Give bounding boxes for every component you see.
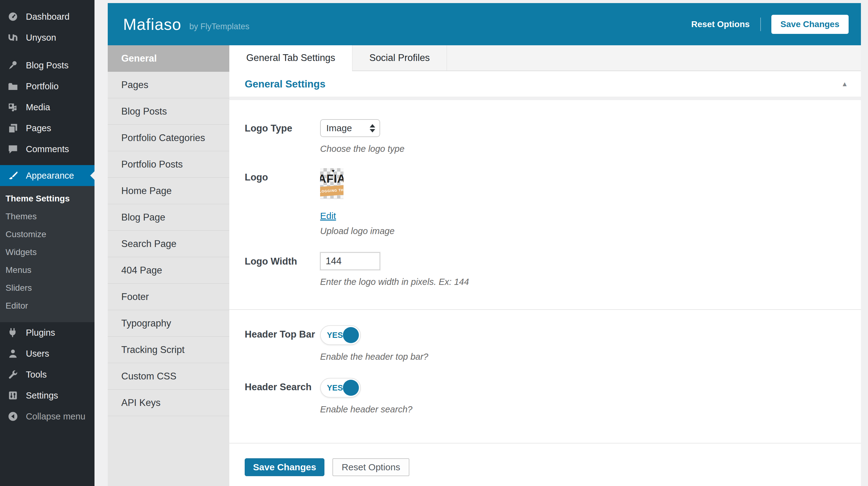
sidebar-item-portfolio[interactable]: Portfolio: [0, 76, 94, 97]
section-divider: [229, 309, 861, 310]
sidebar-item-unyson[interactable]: Unyson: [0, 27, 94, 48]
logo-edit-link[interactable]: Edit: [320, 211, 336, 221]
sidebar-item-label: Dashboard: [26, 12, 69, 22]
save-changes-button[interactable]: Save Changes: [245, 458, 324, 476]
toggle-yes-label: YES: [327, 383, 343, 393]
logo-type-select[interactable]: Image: [320, 119, 380, 137]
toggle-knob: [343, 327, 359, 343]
comment-bubble-icon: [7, 144, 19, 154]
sidebar-item-label: Pages: [26, 123, 51, 133]
submenu-item-sliders[interactable]: Sliders: [0, 279, 94, 297]
settings-menu-item-portfolio-posts[interactable]: Portfolio Posts: [108, 151, 229, 178]
theme-title: Mafiaso: [123, 15, 181, 34]
toggle-yes-label: YES: [327, 331, 343, 340]
panel-body: General Pages Blog Posts Portfolio Categ…: [108, 45, 861, 486]
header-divider: [760, 18, 761, 31]
reset-options-header-button[interactable]: Reset Options: [691, 20, 750, 29]
settings-menu-item-home-page[interactable]: Home Page: [108, 178, 229, 204]
toggle-knob: [343, 380, 359, 396]
unyson-icon: [7, 32, 19, 43]
dashboard-icon: [7, 11, 19, 22]
sidebar-item-label: Blog Posts: [26, 60, 69, 70]
logo-preview-text: AFIAS: [320, 172, 343, 185]
tab-social-profiles[interactable]: Social Profiles: [352, 45, 447, 70]
plug-icon: [7, 327, 19, 338]
header-search-toggle[interactable]: YES: [320, 378, 361, 398]
header-top-bar-toggle[interactable]: YES: [320, 325, 361, 345]
sidebar-item-label: Portfolio: [26, 81, 59, 91]
sidebar-item-media[interactable]: Media: [0, 97, 94, 118]
sidebar-item-blog-posts[interactable]: Blog Posts: [0, 55, 94, 76]
section-collapse-icon[interactable]: ▲: [841, 80, 848, 88]
logo-type-hint: Choose the logo type: [320, 144, 404, 154]
sidebar-item-appearance[interactable]: Appearance: [0, 165, 94, 186]
submenu-item-themes[interactable]: Themes: [0, 207, 94, 225]
settings-menu-item-pages[interactable]: Pages: [108, 72, 229, 98]
sidebar-item-tools[interactable]: Tools: [0, 364, 94, 385]
sidebar-item-comments[interactable]: Comments: [0, 139, 94, 160]
settings-menu-item-search-page[interactable]: Search Page: [108, 231, 229, 257]
sidebar-item-label: Appearance: [26, 171, 74, 181]
settings-menu: General Pages Blog Posts Portfolio Categ…: [108, 45, 229, 486]
sidebar-item-dashboard[interactable]: Dashboard: [0, 6, 94, 27]
settings-menu-item-custom-css[interactable]: Custom CSS: [108, 363, 229, 390]
settings-menu-item-footer[interactable]: Footer: [108, 284, 229, 310]
pushpin-icon: [7, 60, 19, 71]
logo-width-input[interactable]: [320, 252, 380, 270]
sidebar-item-settings[interactable]: Settings: [0, 385, 94, 406]
form-actions: Save Changes Reset Options: [245, 458, 861, 476]
settings-menu-item-404-page[interactable]: 404 Page: [108, 257, 229, 284]
sidebar-item-collapse-menu[interactable]: Collapse menu: [0, 406, 94, 427]
admin-sidebar: Dashboard Unyson Blog Posts Portfolio Me…: [0, 0, 94, 486]
footer-divider: [229, 443, 861, 444]
submenu-item-menus[interactable]: Menus: [0, 261, 94, 279]
settings-menu-item-typography[interactable]: Typography: [108, 310, 229, 337]
header-search-control: YES Enable header search?: [320, 378, 412, 414]
logo-label: Logo: [245, 168, 320, 236]
settings-menu-item-blog-page[interactable]: Blog Page: [108, 204, 229, 231]
submenu-item-customize[interactable]: Customize: [0, 225, 94, 243]
sidebar-item-label: Collapse menu: [26, 411, 85, 422]
submenu-item-editor[interactable]: Editor: [0, 297, 94, 315]
submenu-item-widgets[interactable]: Widgets: [0, 243, 94, 261]
panel-gap: [229, 97, 861, 100]
folder-icon: [7, 81, 19, 92]
header-top-bar-row: Header Top Bar YES Enable the header top…: [245, 325, 861, 362]
logo-preview-image[interactable]: ♥ AFIAS BLOGGING THEME: [320, 168, 343, 199]
settings-menu-item-portfolio-categories[interactable]: Portfolio Categories: [108, 125, 229, 151]
save-changes-header-button[interactable]: Save Changes: [771, 15, 848, 34]
theme-header-bar: Mafiaso by FlyTemplates Reset Options Sa…: [108, 3, 861, 45]
logo-type-row: Logo Type Image Choose the logo type: [245, 119, 861, 154]
header-search-row: Header Search YES Enable header search?: [245, 378, 861, 414]
sidebar-item-label: Unyson: [26, 33, 56, 43]
tab-bar: General Tab Settings Social Profiles: [229, 45, 861, 71]
theme-settings-panel: Mafiaso by FlyTemplates Reset Options Sa…: [108, 3, 861, 486]
select-stepper-icon: [370, 124, 375, 133]
settings-menu-item-api-keys[interactable]: API Keys: [108, 390, 229, 416]
submenu-item-theme-settings[interactable]: Theme Settings: [0, 190, 94, 207]
wrench-icon: [7, 369, 19, 380]
sidebar-item-label: Plugins: [26, 328, 55, 338]
settings-menu-item-blog-posts[interactable]: Blog Posts: [108, 98, 229, 125]
header-search-label: Header Search: [245, 378, 320, 414]
reset-options-button[interactable]: Reset Options: [333, 458, 409, 476]
header-top-bar-control: YES Enable the header top bar?: [320, 325, 429, 362]
settings-menu-item-general[interactable]: General: [108, 45, 229, 72]
general-settings-form: Logo Type Image Choose the logo type Log…: [229, 100, 861, 486]
sidebar-item-label: Users: [26, 349, 49, 359]
logo-control: ♥ AFIAS BLOGGING THEME Edit Upload logo …: [320, 168, 395, 236]
logo-width-row: Logo Width Enter the logo width in pixel…: [245, 252, 861, 287]
tab-general-tab-settings[interactable]: General Tab Settings: [229, 45, 352, 71]
sidebar-item-users[interactable]: Users: [0, 343, 94, 364]
user-icon: [7, 348, 19, 359]
logo-width-hint: Enter the logo width in pixels. Ex: 144: [320, 277, 469, 287]
settings-menu-item-tracking-script[interactable]: Tracking Script: [108, 337, 229, 363]
logo-preview-ribbon: BLOGGING THEME: [320, 185, 343, 197]
sidebar-item-plugins[interactable]: Plugins: [0, 322, 94, 343]
main-column: General Tab Settings Social Profiles Gen…: [229, 45, 861, 486]
sidebar-item-label: Media: [26, 102, 50, 112]
pages-icon: [7, 122, 19, 134]
sidebar-item-pages[interactable]: Pages: [0, 118, 94, 139]
paintbrush-icon: [7, 170, 19, 181]
current-item-arrow: [86, 171, 94, 180]
